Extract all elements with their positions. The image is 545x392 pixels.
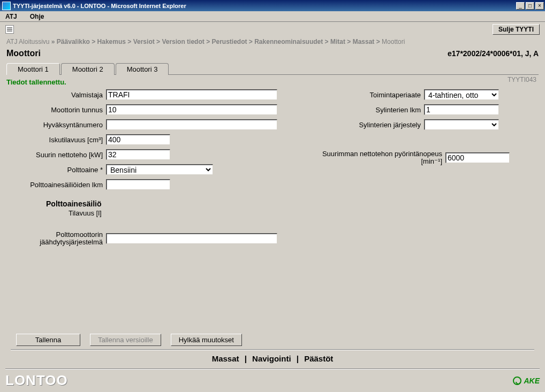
nav-row: Massat | Navigointi | Päästöt — [0, 354, 545, 363]
label-rpm: Suurimman nettotehon pyörintänopeus [min… — [296, 150, 445, 165]
breadcrumb-sep: > — [156, 38, 160, 45]
label-polttoaine: Polttoaine * — [6, 166, 106, 174]
app-icon — [2, 2, 11, 10]
breadcrumb-item[interactable]: Rakenneominaisuudet — [254, 38, 323, 45]
breadcrumb-item[interactable]: Mitat — [330, 38, 345, 45]
input-sailioiden-lkm[interactable] — [106, 179, 170, 190]
window-close-button[interactable]: × — [535, 2, 544, 10]
approval-code: e17*2002/24*0006*01, J, A — [448, 49, 539, 58]
left-column: Valmistaja Moottorin tunnus Hyväksyntänu… — [6, 89, 285, 250]
label-sailioiden-lkm: Polttoainesäiliöiden lkm — [6, 181, 106, 189]
select-syl-jarjestely[interactable] — [424, 119, 499, 130]
document-icon[interactable] — [5, 25, 14, 34]
tab-moottori-2[interactable]: Moottori 2 — [61, 63, 115, 75]
input-valmistaja[interactable] — [106, 89, 277, 100]
breadcrumb-sep: » — [51, 38, 55, 45]
input-iskutilavuus[interactable] — [106, 134, 170, 145]
environment-label: LONTOO — [5, 372, 68, 389]
nav-next[interactable]: Päästöt — [302, 354, 335, 363]
breadcrumb-item[interactable]: Päävalikko — [57, 38, 90, 45]
window-titlebar: TYYTI-järjestelmä v6.0 - LONTOO - Micros… — [0, 0, 545, 11]
save-button[interactable]: Tallenna — [16, 334, 80, 346]
separator — [11, 349, 534, 350]
breadcrumb-sep: > — [347, 38, 351, 45]
menubar: ATJ Ohje — [0, 11, 545, 22]
tab-moottori-3[interactable]: Moottori 3 — [116, 63, 169, 75]
input-hyvaksyntanumero[interactable] — [106, 119, 277, 130]
save-versions-button[interactable]: Tallenna versioille — [90, 334, 161, 346]
label-syl-lkm: Sylinterien lkm — [296, 106, 424, 114]
button-row: Tallenna Tallenna versioille Hylkää muut… — [16, 334, 242, 346]
breadcrumb-sep: > — [325, 38, 329, 45]
label-valmistaja: Valmistaja — [6, 91, 106, 99]
input-rpm[interactable] — [445, 152, 510, 163]
discard-button[interactable]: Hylkää muutokset — [171, 334, 242, 346]
breadcrumb-item[interactable]: Hakemus — [97, 38, 126, 45]
tab-moottori-1[interactable]: Moottori 1 — [6, 63, 60, 75]
breadcrumb-sep: > — [206, 38, 210, 45]
section-polttoainesailio: Polttoainesäiliö — [46, 199, 285, 208]
toolbar: Sulje TYYTI — [0, 22, 545, 37]
input-suurin-nettoteho[interactable] — [106, 149, 170, 160]
label-tilavuus: Tilavuus [l] — [69, 209, 285, 217]
tab-bar: Moottori 1 Moottori 2 Moottori 3 — [0, 62, 545, 74]
form-panel: TYYTI043 Tiedot tallennettu. Valmistaja … — [0, 75, 545, 250]
page-header: Moottori e17*2002/24*0006*01, J, A — [0, 48, 545, 62]
label-suurin-nettoteho: Suurin nettoteho [kW] — [6, 151, 106, 159]
label-syl-jarjestely: Sylinterien järjestely — [296, 121, 424, 129]
nav-sep: | — [296, 354, 300, 363]
content-area: Sulje TYYTI ATJ Aloitussivu » Päävalikko… — [0, 22, 545, 392]
breadcrumb-sep: > — [249, 38, 253, 45]
saved-message: Tiedot tallennettu. — [6, 77, 539, 89]
right-column: Toimintaperiaate 4-tahtinen, otto Sylint… — [296, 89, 539, 250]
label-toimintaperiaate: Toimintaperiaate — [296, 91, 424, 99]
breadcrumb-item[interactable]: Massat — [353, 38, 375, 45]
menu-atj[interactable]: ATJ — [5, 13, 17, 20]
label-jaahdytys: Polttomoottorin jäähdytysjärjestelmä — [6, 231, 106, 246]
breadcrumb-item[interactable]: Version tiedot — [162, 38, 204, 45]
panel-code: TYYTI043 — [508, 76, 536, 83]
window-maximize-button[interactable]: □ — [526, 2, 534, 10]
label-moottorin-tunnus: Moottorin tunnus — [6, 106, 106, 114]
breadcrumb-item-current: Moottori — [382, 38, 405, 45]
window-title: TYYTI-järjestelmä v6.0 - LONTOO - Micros… — [13, 3, 186, 9]
select-polttoaine[interactable]: Bensiini — [106, 164, 213, 175]
ake-icon — [513, 376, 521, 385]
nav-navigate[interactable]: Navigointi — [250, 354, 293, 363]
breadcrumb-item[interactable]: Versiot — [133, 38, 155, 45]
close-tyyti-button[interactable]: Sulje TYYTI — [493, 24, 540, 35]
select-toimintaperiaate[interactable]: 4-tahtinen, otto — [424, 89, 499, 100]
window-minimize-button[interactable]: _ — [516, 2, 525, 10]
input-syl-lkm[interactable] — [424, 104, 499, 115]
nav-prev[interactable]: Massat — [210, 354, 241, 363]
footer-separator — [5, 368, 540, 370]
input-moottorin-tunnus[interactable] — [106, 104, 277, 115]
breadcrumb-item[interactable]: Perustiedot — [211, 38, 247, 45]
breadcrumb-sep: > — [92, 38, 95, 45]
input-jaahdytys[interactable] — [106, 233, 277, 244]
ake-logo: AKE — [513, 376, 540, 385]
breadcrumb: ATJ Aloitussivu » Päävalikko > Hakemus >… — [0, 37, 545, 48]
footer: LONTOO AKE — [5, 372, 540, 389]
breadcrumb-sep: > — [376, 38, 380, 45]
breadcrumb-sep: > — [127, 38, 131, 45]
breadcrumb-item[interactable]: ATJ Aloitussivu — [6, 38, 49, 45]
menu-ohje[interactable]: Ohje — [30, 13, 44, 20]
label-iskutilavuus: Iskutilavuus [cm³] — [6, 136, 106, 144]
page-title: Moottori — [6, 49, 41, 58]
nav-sep: | — [244, 354, 248, 363]
label-hyvaksyntanumero: Hyväksyntänumero — [6, 121, 106, 129]
